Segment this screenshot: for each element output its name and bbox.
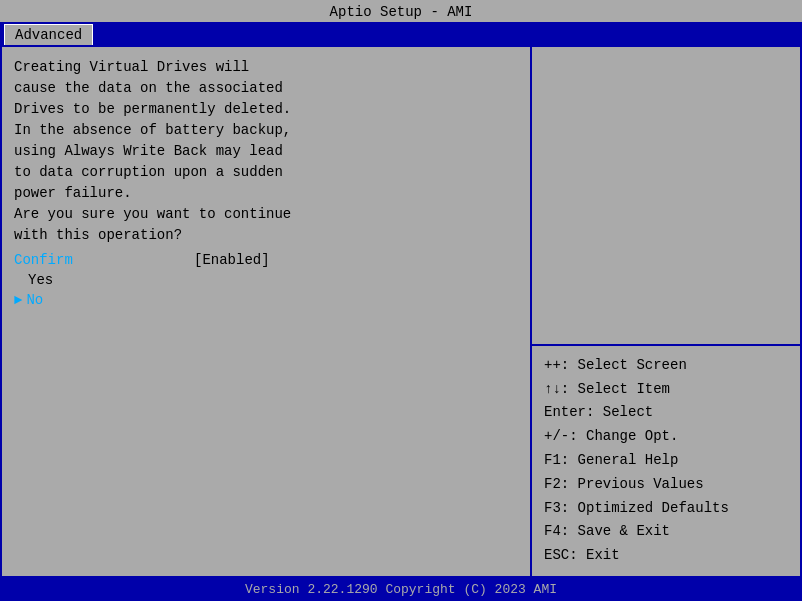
app: Aptio Setup - AMI Advanced Creating Virt… (0, 0, 802, 601)
help-line: F4: Save & Exit (544, 520, 788, 544)
arrow-icon: ► (14, 292, 22, 308)
warning-text: Creating Virtual Drives will cause the d… (14, 57, 518, 246)
right-panel: ++: Select Screen↑↓: Select ItemEnter: S… (532, 47, 800, 576)
help-line: Enter: Select (544, 401, 788, 425)
help-line: +/-: Change Opt. (544, 425, 788, 449)
confirm-value: [Enabled] (194, 252, 270, 268)
option-no-row[interactable]: ► No (14, 292, 518, 308)
confirm-row: Confirm [Enabled] (14, 252, 518, 268)
footer: Version 2.22.1290 Copyright (C) 2023 AMI (0, 578, 802, 601)
tab-advanced[interactable]: Advanced (4, 24, 93, 45)
help-line: F3: Optimized Defaults (544, 497, 788, 521)
title-bar: Aptio Setup - AMI (0, 0, 802, 22)
help-line: F2: Previous Values (544, 473, 788, 497)
confirm-label[interactable]: Confirm (14, 252, 194, 268)
help-line: ESC: Exit (544, 544, 788, 568)
help-line: F1: General Help (544, 449, 788, 473)
help-line: ++: Select Screen (544, 354, 788, 378)
app-title: Aptio Setup - AMI (330, 4, 473, 20)
main-content: Creating Virtual Drives will cause the d… (0, 45, 802, 578)
tab-bar: Advanced (0, 22, 802, 45)
footer-text: Version 2.22.1290 Copyright (C) 2023 AMI (245, 582, 557, 597)
help-line: ↑↓: Select Item (544, 378, 788, 402)
option-yes[interactable]: Yes (14, 272, 518, 288)
left-panel: Creating Virtual Drives will cause the d… (2, 47, 532, 576)
right-panel-top (532, 47, 800, 346)
option-no: No (26, 292, 43, 308)
help-panel: ++: Select Screen↑↓: Select ItemEnter: S… (532, 346, 800, 576)
